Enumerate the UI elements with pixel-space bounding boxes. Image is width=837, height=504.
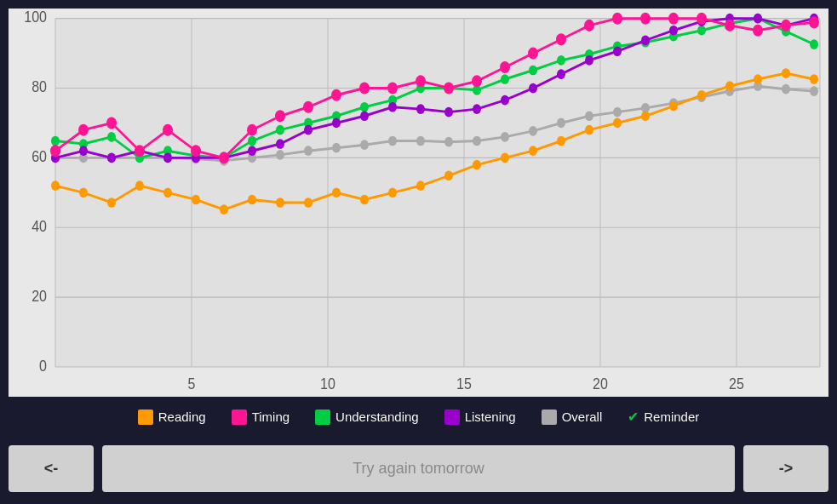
svg-point-38 [388,136,397,146]
svg-point-143 [191,145,201,157]
reading-color [138,410,153,425]
svg-text:25: 25 [729,374,744,392]
svg-point-139 [78,124,89,136]
prev-button[interactable]: <- [9,445,94,492]
svg-point-114 [163,153,172,163]
svg-point-153 [472,75,482,87]
svg-point-117 [248,146,256,156]
svg-point-146 [275,110,285,122]
svg-point-44 [557,118,565,129]
svg-point-56 [107,198,116,208]
svg-point-157 [584,20,594,32]
svg-point-82 [51,136,60,146]
svg-point-76 [669,101,678,112]
timing-color [232,410,247,425]
next-button[interactable]: -> [743,445,828,492]
svg-point-149 [359,83,370,94]
svg-point-54 [51,180,60,191]
legend-timing: Timing [232,410,290,425]
svg-point-40 [444,137,453,147]
svg-text:20: 20 [593,374,608,392]
svg-point-84 [107,132,116,142]
svg-point-53 [810,86,818,96]
svg-point-126 [501,95,509,106]
svg-point-121 [360,111,369,121]
button-bar: <- Try again tomorrow -> [0,437,837,504]
svg-point-99 [529,66,537,76]
svg-point-155 [528,48,538,60]
legend-reading: Reading [138,410,206,425]
svg-point-74 [613,118,622,129]
svg-point-135 [754,14,762,24]
svg-point-70 [501,153,509,163]
svg-point-150 [387,83,398,94]
svg-point-164 [781,20,791,32]
svg-point-69 [473,160,481,170]
svg-text:40: 40 [32,217,47,235]
svg-point-130 [613,46,622,56]
legend-timing-label: Timing [252,410,290,424]
svg-text:5: 5 [188,374,196,392]
svg-point-90 [276,125,284,135]
svg-text:15: 15 [456,374,472,392]
chart-legend: Reading Timing Understanding Listening O… [0,397,837,437]
line-chart: 100 80 60 40 20 0 5 10 15 20 25 [9,9,828,397]
svg-point-78 [725,81,734,91]
svg-point-80 [782,68,790,78]
svg-point-142 [163,124,173,136]
svg-point-105 [697,26,706,36]
chart-area: 100 80 60 40 20 0 5 10 15 20 25 [9,9,828,397]
svg-point-151 [416,75,426,87]
svg-point-66 [388,187,397,198]
svg-point-159 [640,13,651,25]
svg-point-42 [501,132,509,142]
legend-listening-label: Listening [465,410,516,424]
svg-point-71 [529,146,537,156]
svg-point-140 [106,117,117,129]
svg-point-109 [810,39,818,49]
svg-point-141 [135,145,145,157]
svg-point-81 [810,74,818,84]
svg-point-118 [276,139,284,149]
svg-point-37 [360,140,369,150]
svg-point-162 [725,20,735,32]
svg-point-158 [612,13,622,25]
svg-text:100: 100 [24,9,47,26]
svg-point-65 [360,195,369,205]
legend-overall: Overall [542,410,603,425]
svg-text:10: 10 [320,374,335,392]
svg-point-93 [360,102,369,112]
svg-point-67 [416,180,425,191]
svg-point-165 [809,16,819,28]
svg-point-132 [669,26,678,36]
svg-point-72 [557,136,565,146]
svg-point-36 [332,143,341,153]
listening-color [444,410,460,425]
svg-point-73 [585,125,593,135]
svg-point-60 [220,204,228,215]
svg-point-147 [303,101,313,113]
svg-point-125 [473,104,481,114]
svg-point-57 [135,180,144,191]
svg-point-124 [444,107,453,117]
svg-point-138 [50,145,60,157]
svg-point-163 [753,25,763,37]
legend-understanding-label: Understanding [335,410,419,424]
svg-text:80: 80 [32,77,47,95]
svg-point-144 [219,152,229,163]
svg-text:20: 20 [32,287,47,305]
svg-point-45 [585,111,593,121]
svg-point-59 [192,195,200,205]
overall-color [542,410,557,425]
legend-reminder-label: Reminder [644,410,699,424]
svg-point-89 [248,136,256,146]
try-again-button[interactable]: Try again tomorrow [102,445,735,492]
svg-point-154 [500,61,510,73]
svg-point-75 [641,111,650,121]
svg-point-122 [388,102,397,112]
svg-point-156 [556,33,566,45]
svg-point-41 [473,136,481,146]
svg-point-128 [557,69,565,79]
legend-listening: Listening [444,410,516,425]
svg-point-64 [332,187,341,198]
